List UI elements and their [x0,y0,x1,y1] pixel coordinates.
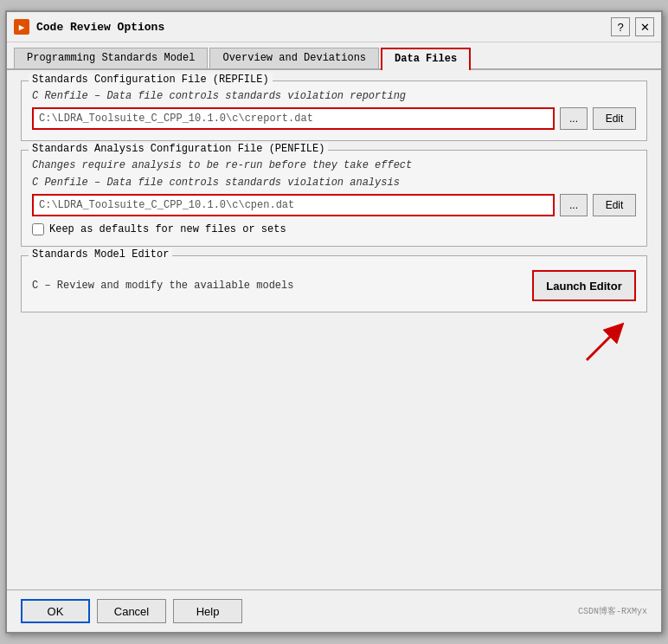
code-review-options-dialog: ▶ Code Review Options ? ✕ Programming St… [5,10,663,634]
penfile-checkbox-row: Keep as defaults for new files or sets [32,223,636,235]
penfile-notice: Changes require analysis to be re-run be… [32,159,636,171]
bottom-bar: OK Cancel Help CSDN博客-RXMyx [7,589,661,632]
tab-data-files[interactable]: Data Files [381,48,471,70]
editor-desc: C – Review and modify the available mode… [32,280,293,292]
watermark: CSDN博客-RXMyx [578,605,647,617]
penfile-section: Standards Analysis Configuration File (P… [21,150,647,247]
repfile-desc: C Renfile – Data file controls standards… [32,90,636,102]
title-bar-controls: ? ✕ [611,17,654,36]
tab-overview-deviations[interactable]: Overview and Deviations [209,48,379,68]
cancel-button[interactable]: Cancel [97,599,166,623]
repfile-browse-button[interactable]: ... [560,107,588,130]
penfile-legend: Standards Analysis Configuration File (P… [29,143,328,155]
keep-defaults-checkbox[interactable] [32,223,44,235]
editor-section: Standards Model Editor C – Review and mo… [21,255,647,312]
repfile-legend: Standards Configuration File (REPFILE) [29,74,273,86]
arrow-annotation [21,312,647,364]
penfile-input[interactable] [32,194,555,216]
penfile-edit-button[interactable]: Edit [593,194,636,216]
penfile-desc: C Penfile – Data file controls standards… [32,177,636,189]
editor-legend: Standards Model Editor [29,248,172,261]
title-bar: ▶ Code Review Options ? ✕ [7,12,661,42]
ok-button[interactable]: OK [21,599,90,623]
penfile-browse-button[interactable]: ... [560,194,588,216]
close-title-button[interactable]: ✕ [635,17,654,36]
help-button[interactable]: Help [173,599,242,623]
launch-editor-button[interactable]: Launch Editor [532,270,636,301]
editor-launch-row: C – Review and modify the available mode… [32,270,636,301]
repfile-input-row: ... Edit [32,107,636,130]
repfile-input[interactable] [32,107,555,130]
dialog-title: Code Review Options [36,21,604,34]
app-icon: ▶ [14,19,29,35]
help-title-button[interactable]: ? [611,17,630,36]
tab-content: Standards Configuration File (REPFILE) C… [7,70,661,589]
svg-line-1 [587,330,617,360]
arrow-icon [561,312,630,364]
repfile-section: Standards Configuration File (REPFILE) C… [21,80,647,141]
repfile-edit-button[interactable]: Edit [593,107,636,130]
tab-programming-standards[interactable]: Programming Standards Model [14,48,208,68]
penfile-input-row: ... Edit [32,194,636,216]
tabs-row: Programming Standards Model Overview and… [7,42,661,70]
keep-defaults-label: Keep as defaults for new files or sets [49,223,286,235]
